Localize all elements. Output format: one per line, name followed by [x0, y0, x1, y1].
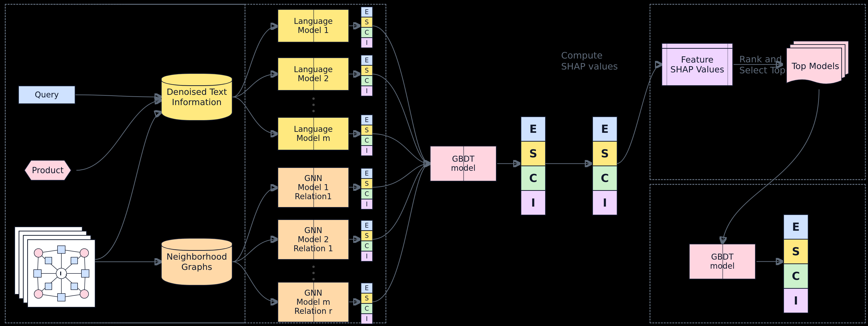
esci-mini-gm: E S C I — [361, 283, 372, 324]
svg-rect-25 — [45, 257, 52, 264]
svg-point-20 — [80, 290, 89, 298]
esci-big-2: E S C I — [592, 117, 616, 215]
esci-mini-g1: E S C I — [361, 169, 372, 210]
gnn-ellipsis — [312, 266, 315, 280]
lm-2: Language Model 2 — [277, 57, 349, 91]
cell-I: I — [361, 37, 373, 48]
panel-shap-select — [650, 4, 866, 180]
svg-point-17 — [34, 248, 43, 257]
svg-point-19 — [34, 290, 43, 298]
shap-label: Compute SHAP values — [561, 50, 618, 72]
neighborhood-store: Neighborhood Graphs — [161, 238, 232, 286]
feature-shap-label: Feature SHAP Values — [662, 44, 732, 85]
denoised-text-store: Denoised Text Information — [161, 73, 232, 121]
svg-rect-22 — [58, 294, 65, 301]
gnn-1: GNN Model 1 Relation1 — [277, 167, 349, 208]
esci-mini-lm2: E S C I — [361, 55, 372, 96]
query-label: Query — [35, 90, 59, 99]
svg-point-18 — [80, 248, 89, 257]
graph-icon: I ? — [28, 240, 95, 307]
denoised-label: Denoised Text Information — [167, 87, 227, 107]
gnn-2: GNN Model 2 Relation 1 — [277, 219, 349, 260]
lm-ellipsis — [312, 97, 315, 112]
panel-final-gbdt — [650, 184, 866, 323]
gbdt-2: GBDT model — [689, 244, 756, 279]
query-box: Query — [18, 86, 75, 104]
lm-1: Language Model 1 — [277, 9, 349, 42]
diagram-root: Query Product — [0, 0, 868, 326]
svg-rect-21 — [58, 246, 65, 254]
lm-m: Language Model m — [277, 117, 349, 150]
gnn-m: GNN Model m Relation r — [277, 282, 349, 322]
feature-shap-card: Feature SHAP Values — [661, 43, 733, 86]
svg-rect-23 — [34, 270, 41, 277]
svg-rect-27 — [45, 283, 52, 290]
graph-center-q: ? — [65, 274, 67, 278]
cell-E: E — [361, 6, 373, 18]
svg-rect-26 — [71, 257, 78, 264]
svg-rect-24 — [82, 270, 89, 277]
gbdt-1: GBDT model — [430, 146, 497, 181]
esci-big-1: E S C I — [521, 117, 545, 215]
graph-center-label: I — [60, 271, 62, 276]
product-label: Product — [32, 166, 64, 175]
esci-mini-g2: E S C I — [361, 221, 372, 262]
cell-C: C — [361, 27, 373, 38]
svg-rect-28 — [71, 283, 78, 290]
top-models-stack: Top Models — [783, 40, 855, 88]
esci-big-3: E S C I — [783, 215, 807, 313]
product-hex: Product — [19, 159, 76, 181]
top-models-label: Top Models — [783, 61, 848, 71]
esci-mini-lmm: E S C I — [361, 115, 372, 156]
cell-S: S — [361, 17, 373, 28]
esci-mini-lm1: E S C I — [361, 7, 372, 48]
neighborhood-label: Neighborhood Graphs — [166, 251, 227, 272]
